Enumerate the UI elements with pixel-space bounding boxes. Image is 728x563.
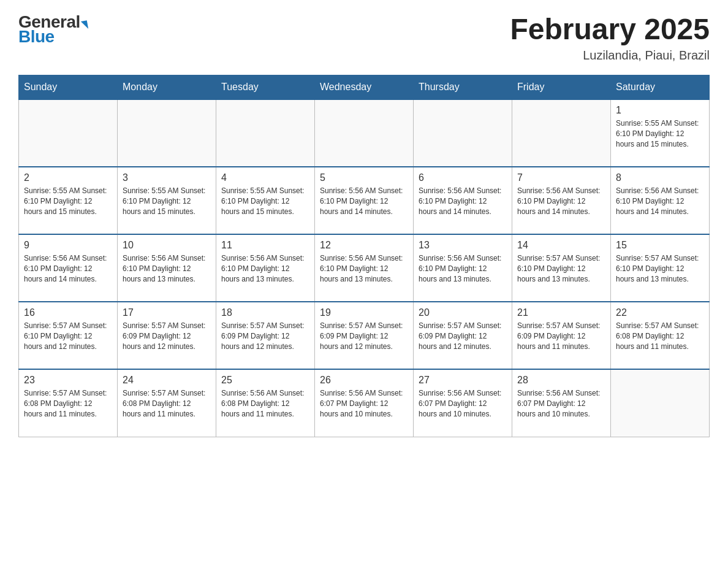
day-number: 7 <box>517 172 605 183</box>
table-row: 21Sunrise: 5:57 AM Sunset: 6:09 PM Dayli… <box>512 302 611 369</box>
day-info: Sunrise: 5:55 AM Sunset: 6:10 PM Dayligh… <box>123 186 211 216</box>
day-info: Sunrise: 5:57 AM Sunset: 6:08 PM Dayligh… <box>24 388 112 419</box>
header-wednesday: Wednesday <box>315 75 414 100</box>
header-saturday: Saturday <box>611 75 710 100</box>
table-row: 28Sunrise: 5:56 AM Sunset: 6:07 PM Dayli… <box>512 369 611 437</box>
day-info: Sunrise: 5:57 AM Sunset: 6:08 PM Dayligh… <box>616 321 704 351</box>
table-row: 26Sunrise: 5:56 AM Sunset: 6:07 PM Dayli… <box>315 369 414 437</box>
table-row: 4Sunrise: 5:55 AM Sunset: 6:10 PM Daylig… <box>216 167 315 234</box>
day-number: 24 <box>123 375 211 386</box>
day-number: 22 <box>616 307 704 318</box>
table-row: 15Sunrise: 5:57 AM Sunset: 6:10 PM Dayli… <box>611 234 710 302</box>
day-number: 23 <box>24 375 112 386</box>
header-friday: Friday <box>512 75 611 100</box>
day-number: 21 <box>517 307 605 318</box>
table-row: 17Sunrise: 5:57 AM Sunset: 6:09 PM Dayli… <box>118 302 216 369</box>
day-info: Sunrise: 5:57 AM Sunset: 6:08 PM Dayligh… <box>123 388 211 419</box>
day-number: 16 <box>24 307 112 318</box>
table-row: 25Sunrise: 5:56 AM Sunset: 6:08 PM Dayli… <box>216 369 315 437</box>
day-info: Sunrise: 5:56 AM Sunset: 6:07 PM Dayligh… <box>419 388 507 419</box>
day-info: Sunrise: 5:56 AM Sunset: 6:10 PM Dayligh… <box>616 186 704 216</box>
table-row: 1Sunrise: 5:55 AM Sunset: 6:10 PM Daylig… <box>611 99 710 167</box>
day-info: Sunrise: 5:56 AM Sunset: 6:07 PM Dayligh… <box>320 388 408 419</box>
day-info: Sunrise: 5:55 AM Sunset: 6:10 PM Dayligh… <box>24 186 112 216</box>
calendar-header-row: Sunday Monday Tuesday Wednesday Thursday… <box>19 75 710 100</box>
table-row <box>315 99 414 167</box>
table-row: 12Sunrise: 5:56 AM Sunset: 6:10 PM Dayli… <box>315 234 414 302</box>
day-info: Sunrise: 5:57 AM Sunset: 6:10 PM Dayligh… <box>24 321 112 351</box>
day-info: Sunrise: 5:57 AM Sunset: 6:09 PM Dayligh… <box>517 321 605 351</box>
logo: General Blue <box>18 12 88 47</box>
table-row: 2Sunrise: 5:55 AM Sunset: 6:10 PM Daylig… <box>19 167 118 234</box>
table-row <box>414 99 512 167</box>
calendar-week-row: 2Sunrise: 5:55 AM Sunset: 6:10 PM Daylig… <box>19 167 710 234</box>
day-info: Sunrise: 5:55 AM Sunset: 6:10 PM Dayligh… <box>616 118 704 149</box>
day-number: 28 <box>517 375 605 386</box>
day-info: Sunrise: 5:57 AM Sunset: 6:09 PM Dayligh… <box>419 321 507 351</box>
day-number: 3 <box>123 172 211 183</box>
day-number: 1 <box>616 105 704 116</box>
day-number: 9 <box>24 240 112 251</box>
table-row: 22Sunrise: 5:57 AM Sunset: 6:08 PM Dayli… <box>611 302 710 369</box>
day-info: Sunrise: 5:57 AM Sunset: 6:10 PM Dayligh… <box>517 253 605 284</box>
table-row: 7Sunrise: 5:56 AM Sunset: 6:10 PM Daylig… <box>512 167 611 234</box>
day-info: Sunrise: 5:57 AM Sunset: 6:09 PM Dayligh… <box>123 321 211 351</box>
day-number: 12 <box>320 240 408 251</box>
table-row <box>512 99 611 167</box>
table-row: 9Sunrise: 5:56 AM Sunset: 6:10 PM Daylig… <box>19 234 118 302</box>
logo-blue: Blue <box>18 27 55 47</box>
table-row: 8Sunrise: 5:56 AM Sunset: 6:10 PM Daylig… <box>611 167 710 234</box>
month-title: February 2025 <box>510 12 710 46</box>
table-row: 14Sunrise: 5:57 AM Sunset: 6:10 PM Dayli… <box>512 234 611 302</box>
table-row <box>216 99 315 167</box>
day-number: 2 <box>24 172 112 183</box>
day-number: 15 <box>616 240 704 251</box>
table-row: 10Sunrise: 5:56 AM Sunset: 6:10 PM Dayli… <box>118 234 216 302</box>
day-number: 10 <box>123 240 211 251</box>
table-row: 6Sunrise: 5:56 AM Sunset: 6:10 PM Daylig… <box>414 167 512 234</box>
location: Luzilandia, Piaui, Brazil <box>510 48 710 63</box>
calendar-week-row: 23Sunrise: 5:57 AM Sunset: 6:08 PM Dayli… <box>19 369 710 437</box>
day-info: Sunrise: 5:56 AM Sunset: 6:10 PM Dayligh… <box>419 253 507 284</box>
table-row <box>118 99 216 167</box>
day-number: 19 <box>320 307 408 318</box>
header-thursday: Thursday <box>414 75 512 100</box>
header-monday: Monday <box>118 75 216 100</box>
day-number: 11 <box>221 240 309 251</box>
page-header: General Blue February 2025 Luzilandia, P… <box>18 12 710 63</box>
day-number: 13 <box>419 240 507 251</box>
header-sunday: Sunday <box>19 75 118 100</box>
day-info: Sunrise: 5:56 AM Sunset: 6:10 PM Dayligh… <box>419 186 507 216</box>
day-number: 5 <box>320 172 408 183</box>
day-info: Sunrise: 5:56 AM Sunset: 6:10 PM Dayligh… <box>123 253 211 284</box>
day-info: Sunrise: 5:57 AM Sunset: 6:10 PM Dayligh… <box>616 253 704 284</box>
calendar-table: Sunday Monday Tuesday Wednesday Thursday… <box>18 75 710 437</box>
table-row: 23Sunrise: 5:57 AM Sunset: 6:08 PM Dayli… <box>19 369 118 437</box>
day-number: 26 <box>320 375 408 386</box>
day-info: Sunrise: 5:57 AM Sunset: 6:09 PM Dayligh… <box>320 321 408 351</box>
day-number: 8 <box>616 172 704 183</box>
table-row: 24Sunrise: 5:57 AM Sunset: 6:08 PM Dayli… <box>118 369 216 437</box>
table-row: 20Sunrise: 5:57 AM Sunset: 6:09 PM Dayli… <box>414 302 512 369</box>
day-number: 25 <box>221 375 309 386</box>
day-info: Sunrise: 5:56 AM Sunset: 6:10 PM Dayligh… <box>517 186 605 216</box>
day-number: 17 <box>123 307 211 318</box>
table-row: 11Sunrise: 5:56 AM Sunset: 6:10 PM Dayli… <box>216 234 315 302</box>
table-row <box>611 369 710 437</box>
calendar-week-row: 1Sunrise: 5:55 AM Sunset: 6:10 PM Daylig… <box>19 99 710 167</box>
day-info: Sunrise: 5:55 AM Sunset: 6:10 PM Dayligh… <box>221 186 309 216</box>
day-number: 27 <box>419 375 507 386</box>
table-row: 19Sunrise: 5:57 AM Sunset: 6:09 PM Dayli… <box>315 302 414 369</box>
table-row: 5Sunrise: 5:56 AM Sunset: 6:10 PM Daylig… <box>315 167 414 234</box>
logo-arrow-icon <box>81 20 88 30</box>
table-row: 18Sunrise: 5:57 AM Sunset: 6:09 PM Dayli… <box>216 302 315 369</box>
table-row: 27Sunrise: 5:56 AM Sunset: 6:07 PM Dayli… <box>414 369 512 437</box>
day-info: Sunrise: 5:56 AM Sunset: 6:10 PM Dayligh… <box>320 253 408 284</box>
table-row: 3Sunrise: 5:55 AM Sunset: 6:10 PM Daylig… <box>118 167 216 234</box>
day-number: 14 <box>517 240 605 251</box>
day-info: Sunrise: 5:56 AM Sunset: 6:07 PM Dayligh… <box>517 388 605 419</box>
day-info: Sunrise: 5:56 AM Sunset: 6:08 PM Dayligh… <box>221 388 309 419</box>
table-row: 13Sunrise: 5:56 AM Sunset: 6:10 PM Dayli… <box>414 234 512 302</box>
table-row: 16Sunrise: 5:57 AM Sunset: 6:10 PM Dayli… <box>19 302 118 369</box>
day-number: 6 <box>419 172 507 183</box>
